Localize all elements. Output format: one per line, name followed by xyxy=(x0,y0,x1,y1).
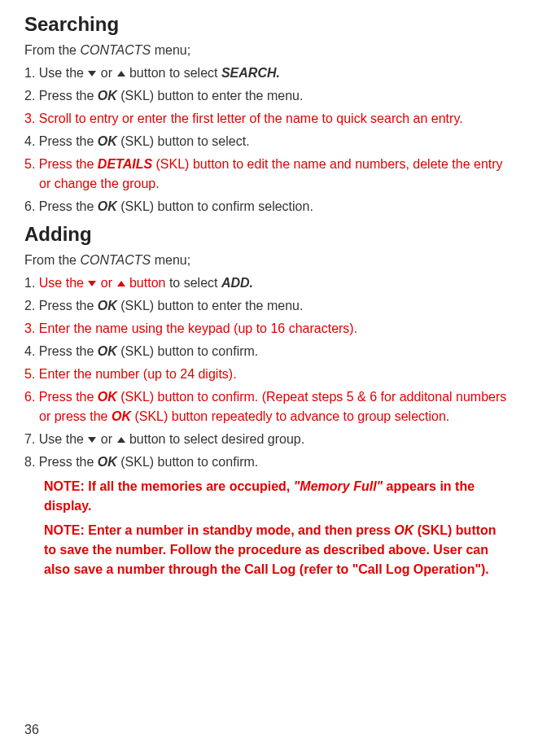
step-number: 6. xyxy=(24,199,39,213)
text-run: Press the xyxy=(39,344,98,358)
list-item: 7. Use the or button to select desired g… xyxy=(24,430,514,449)
step-number: 7. xyxy=(24,432,39,446)
text-run: Press the xyxy=(39,299,98,312)
step-number: 2. xyxy=(24,89,39,103)
text-run: (SKL) button to enter the menu. xyxy=(117,299,304,312)
text-run: Enter the number (up to 24 digits). xyxy=(39,367,237,381)
text-run: Use the xyxy=(39,66,88,80)
text-run: button to select desired group. xyxy=(126,432,305,446)
list-item: 3. Scroll to entry or enter the ﬁrst let… xyxy=(24,109,514,129)
text-run: ADD. xyxy=(221,276,253,290)
step-number: 6. xyxy=(24,390,39,404)
text-run: Enter the name using the keypad (up to 1… xyxy=(39,321,357,335)
list-item: 1. Use the or button to select SEARCH. xyxy=(24,63,514,83)
list-item: 2. Press the OK (SKL) button to enter th… xyxy=(24,296,514,316)
text-run: (SKL) button to conﬁrm. xyxy=(117,344,258,358)
text-run: (SKL) button to conﬁrm. xyxy=(117,455,258,469)
text-run: OK xyxy=(112,409,131,423)
text-run: Press the xyxy=(39,134,98,148)
arrow-up-icon xyxy=(117,437,125,443)
arrow-up-icon xyxy=(117,71,125,76)
text-run: OK xyxy=(98,89,117,103)
text-run: or xyxy=(97,432,116,446)
searching-heading: Searching xyxy=(24,10,514,39)
text-run: OK xyxy=(98,390,117,404)
arrow-down-icon xyxy=(88,71,96,76)
searching-intro: From the CONTACTS menu; xyxy=(24,41,514,60)
step-number: 1. xyxy=(24,66,39,80)
text-run: SEARCH. xyxy=(221,66,280,80)
text-run: (SKL) button repeatedly to advance to gr… xyxy=(131,409,449,423)
list-item: 4. Press the OK (SKL) button to select. xyxy=(24,132,514,151)
text-run: Scroll to entry or enter the ﬁrst letter… xyxy=(39,111,463,125)
step-number: 5. xyxy=(24,367,39,381)
step-number: 8. xyxy=(24,455,39,469)
step-number: 5. xyxy=(24,157,39,171)
text-run: button xyxy=(126,276,166,290)
text-run: DETAILS xyxy=(98,157,152,171)
text-run: button to select xyxy=(126,66,221,80)
text-run: Press the xyxy=(39,455,98,469)
text-run: OK xyxy=(98,199,117,213)
text-run: Press the xyxy=(39,199,98,213)
text-run: OK xyxy=(98,344,117,358)
note-standby-save: NOTE: Enter a number in standby mode, an… xyxy=(44,521,505,579)
arrow-down-icon xyxy=(88,437,96,443)
step-number: 1. xyxy=(24,276,39,290)
text-run: (SKL) button to select. xyxy=(117,134,250,148)
list-item: 5. Press the DETAILS (SKL) button to edi… xyxy=(24,155,514,194)
text-run: to select xyxy=(165,276,221,290)
step-number: 2. xyxy=(24,299,39,312)
page-number: 36 xyxy=(24,720,39,740)
text-run: or xyxy=(97,276,116,290)
text-run: Use the xyxy=(39,432,88,446)
arrow-down-icon xyxy=(88,281,96,286)
list-item: 1. Use the or button to select ADD. xyxy=(24,273,514,293)
text-run: OK xyxy=(98,455,117,469)
searching-steps: 1. Use the or button to select SEARCH.2.… xyxy=(24,63,514,216)
arrow-up-icon xyxy=(117,281,125,286)
text-run: (SKL) button to conﬁrm selection. xyxy=(117,199,313,213)
list-item: 8. Press the OK (SKL) button to conﬁrm. xyxy=(24,452,514,472)
adding-intro: From the CONTACTS menu; xyxy=(24,251,514,270)
list-item: 6. Press the OK (SKL) button to conﬁrm. … xyxy=(24,387,514,426)
step-number: 4. xyxy=(24,134,39,148)
step-number: 3. xyxy=(24,111,39,125)
text-run: Press the xyxy=(39,89,98,103)
list-item: 2. Press the OK (SKL) button to enter th… xyxy=(24,86,514,106)
note-memory-full: NOTE: If all the memories are occupied, … xyxy=(44,477,505,516)
step-number: 4. xyxy=(24,344,39,358)
step-number: 3. xyxy=(24,321,39,335)
adding-heading: Adding xyxy=(24,220,514,249)
text-run: or xyxy=(97,66,116,80)
list-item: 3. Enter the name using the keypad (up t… xyxy=(24,319,514,339)
list-item: 4. Press the OK (SKL) button to conﬁrm. xyxy=(24,342,514,361)
text-run: OK xyxy=(98,299,117,312)
text-run: (SKL) button to enter the menu. xyxy=(117,89,304,103)
text-run: Press the xyxy=(39,157,98,171)
adding-steps: 1. Use the or button to select ADD.2. Pr… xyxy=(24,273,514,472)
text-run: OK xyxy=(98,134,117,148)
text-run: Use the xyxy=(39,276,88,290)
text-run: Press the xyxy=(39,390,98,404)
list-item: 5. Enter the number (up to 24 digits). xyxy=(24,365,514,384)
list-item: 6. Press the OK (SKL) button to conﬁrm s… xyxy=(24,197,514,216)
